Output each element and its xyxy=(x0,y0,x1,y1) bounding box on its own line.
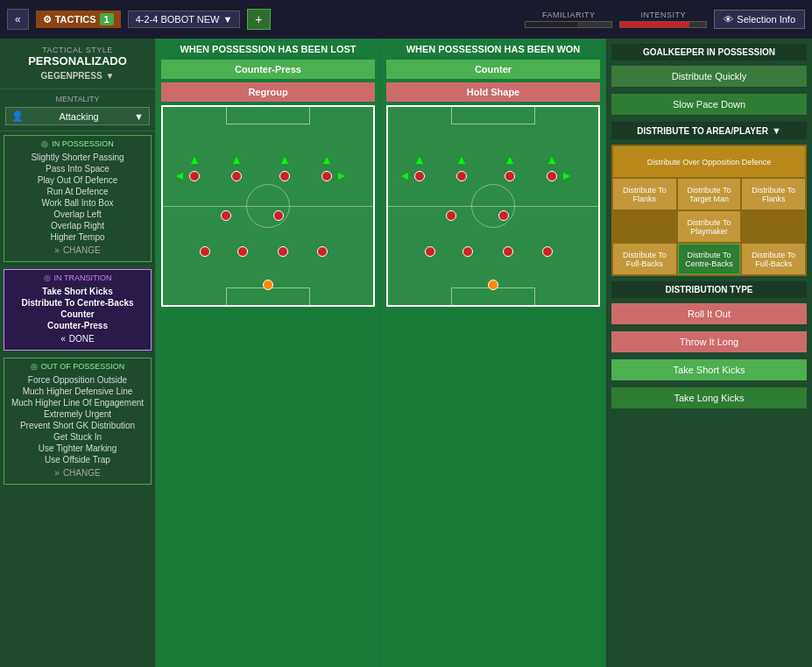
chevron-right-icon: » xyxy=(54,245,60,255)
mentality-section: MENTALITY 👤 Attacking ▼ xyxy=(0,89,155,131)
distribute-area-header: DISTRIBUTE TO AREA/PLAYER ▼ xyxy=(611,122,807,139)
distribution-type-title: DISTRIBUTION TYPE xyxy=(611,281,807,298)
main-layout: TACTICAL STYLE PERSONALIZADO GEGENPRESS … xyxy=(0,39,812,667)
slow-pace-down-button[interactable]: Slow Pace Down xyxy=(611,94,807,115)
tactical-style-name: PERSONALIZADO GEGENPRESS ▼ xyxy=(5,54,150,82)
hold-shape-button[interactable]: Hold Shape xyxy=(386,82,600,102)
top-bar: « ⚙ TACTICS 1 4-2-4 BOBOT NEW ▼ + FAMILI… xyxy=(0,0,812,39)
in-transition-header: ◎ IN TRANSITION xyxy=(8,273,147,282)
take-short-kicks-button[interactable]: Take Short Kicks xyxy=(611,359,807,380)
counter-button[interactable]: Counter xyxy=(386,60,600,79)
in-transition-item-2: Counter xyxy=(8,309,147,320)
tactics-icon: ⚙ xyxy=(43,14,52,25)
chevron-left-icon: « xyxy=(60,334,66,344)
in-possession-item-0: Slightly Shorter Passing xyxy=(8,152,147,163)
distribute-to-full-backs-right[interactable]: Distribute To Full-Backs xyxy=(742,244,805,274)
oop-item-3: Extremely Urgent xyxy=(8,408,147,420)
out-of-possession-change-button[interactable]: » CHANGE xyxy=(8,465,147,480)
in-possession-item-6: Overlap Right xyxy=(8,220,147,231)
in-transition-done-button[interactable]: « DONE xyxy=(8,331,147,346)
person-icon: 👤 xyxy=(11,110,24,122)
content-area: WHEN POSSESSION HAS BEEN LOST Counter-Pr… xyxy=(156,39,812,667)
chevron-down-icon: ▼ xyxy=(222,14,232,25)
distribute-quickly-button[interactable]: Distribute Quickly xyxy=(611,66,807,87)
distribute-to-flanks-left[interactable]: Distribute To Flanks xyxy=(613,179,676,209)
possession-won-buttons: Counter xyxy=(386,60,600,79)
familiarity-bar: FAMILIARITY xyxy=(525,11,612,28)
possession-lost-buttons-2: Regroup xyxy=(161,82,375,102)
eye-icon: 👁 xyxy=(724,14,733,25)
goalkeeper-title: GOALKEEPER IN POSSESSION xyxy=(611,44,807,60)
distribute-to-centre-backs[interactable]: Distribute To Centre-Backs xyxy=(678,244,741,274)
in-transition-item-0: Take Short Kicks xyxy=(8,286,147,297)
possession-lost-title: WHEN POSSESSION HAS BEEN LOST xyxy=(161,44,375,54)
chevron-down-icon: ▼ xyxy=(772,125,781,136)
in-possession-item-3: Run At Defence xyxy=(8,186,147,197)
add-button[interactable]: + xyxy=(247,9,270,30)
oop-item-6: Use Tighter Marking xyxy=(8,443,147,454)
oop-item-0: Force Opposition Outside xyxy=(8,374,147,386)
in-possession-item-1: Pass Into Space xyxy=(8,163,147,174)
in-possession-header: ◎ IN POSSESSION xyxy=(8,139,147,148)
in-transition-item-3: Counter-Press xyxy=(8,320,147,331)
in-possession-item-2: Play Out Of Defence xyxy=(8,174,147,186)
out-of-possession-header: ◎ OUT OF POSSESSION xyxy=(8,362,147,371)
chevron-down-icon: ▼ xyxy=(134,111,144,122)
oop-item-4: Prevent Short GK Distribution xyxy=(8,420,147,431)
sidebar: TACTICAL STYLE PERSONALIZADO GEGENPRESS … xyxy=(0,39,156,667)
circle-icon: ◎ xyxy=(44,273,51,282)
oop-item-1: Much Higher Defensive Line xyxy=(8,386,147,397)
formation-selector[interactable]: 4-2-4 BOBOT NEW ▼ xyxy=(128,11,241,28)
possession-lost-buttons: Counter-Press xyxy=(161,60,375,79)
in-possession-change-button[interactable]: » CHANGE xyxy=(8,243,147,258)
distribute-over-opposition[interactable]: Distribute Over Opposition Defence xyxy=(613,146,805,177)
take-long-kicks-button[interactable]: Take Long Kicks xyxy=(611,387,807,408)
in-possession-item-4: Work Ball Into Box xyxy=(8,197,147,209)
familiarity-fill xyxy=(526,22,577,27)
tactics-badge: ⚙ TACTICS 1 xyxy=(36,11,121,28)
possession-won-title: WHEN POSSESSION HAS BEEN WON xyxy=(386,44,600,54)
intensity-bar: INTENSITY xyxy=(619,11,707,28)
chevron-down-icon: ▼ xyxy=(106,71,115,82)
intensity-fill xyxy=(620,22,688,27)
in-transition-item-1: Distribute To Centre-Backs xyxy=(8,297,147,309)
throw-it-long-button[interactable]: Throw It Long xyxy=(611,331,807,352)
distribute-to-flanks-right[interactable]: Distribute To Flanks xyxy=(742,179,805,209)
selection-info-button[interactable]: 👁 Selection Info xyxy=(714,10,805,29)
mentality-select[interactable]: 👤 Attacking ▼ xyxy=(5,107,150,125)
possession-won-buttons-2: Hold Shape xyxy=(386,82,600,102)
possession-won-panel: WHEN POSSESSION HAS BEEN WON Counter Hol… xyxy=(381,39,606,667)
distribute-to-target-man[interactable]: Distribute To Target Man xyxy=(678,179,741,209)
oop-item-5: Get Stuck In xyxy=(8,431,147,443)
in-transition-block: ◎ IN TRANSITION Take Short Kicks Distrib… xyxy=(4,269,152,351)
possession-won-pitch xyxy=(386,105,600,307)
distribute-to-full-backs-left[interactable]: Distribute To Full-Backs xyxy=(613,244,676,274)
possession-lost-panel: WHEN POSSESSION HAS BEEN LOST Counter-Pr… xyxy=(156,39,381,667)
circle-icon: ◎ xyxy=(31,362,38,371)
counter-press-button[interactable]: Counter-Press xyxy=(161,60,375,79)
right-panel: GOALKEEPER IN POSSESSION Distribute Quic… xyxy=(606,39,812,667)
possession-lost-pitch xyxy=(161,105,375,307)
in-possession-item-7: Higher Tempo xyxy=(8,231,147,243)
familiarity-bar-container xyxy=(525,21,612,28)
chevron-right-icon: » xyxy=(54,468,60,478)
in-possession-item-5: Overlap Left xyxy=(8,209,147,220)
back-button[interactable]: « xyxy=(7,9,29,30)
oop-item-7: Use Offside Trap xyxy=(8,454,147,465)
tactical-style-section: TACTICAL STYLE PERSONALIZADO GEGENPRESS … xyxy=(0,39,155,89)
distribute-to-playmaker[interactable]: Distribute To Playmaker xyxy=(678,211,741,242)
roll-it-out-button[interactable]: Roll It Out xyxy=(611,303,807,324)
tactics-panels: WHEN POSSESSION HAS BEEN LOST Counter-Pr… xyxy=(156,39,812,667)
distribute-grid: Distribute Over Opposition Defence Distr… xyxy=(611,145,807,276)
intensity-bar-container xyxy=(619,21,707,28)
in-possession-block: ◎ IN POSSESSION Slightly Shorter Passing… xyxy=(4,135,152,262)
regroup-button[interactable]: Regroup xyxy=(161,82,375,102)
oop-item-2: Much Higher Line Of Engagement xyxy=(8,397,147,408)
tactical-style-dropdown[interactable]: GEGENPRESS ▼ xyxy=(41,71,115,82)
out-of-possession-block: ◎ OUT OF POSSESSION Force Opposition Out… xyxy=(4,358,152,485)
circle-icon: ◎ xyxy=(41,139,48,148)
